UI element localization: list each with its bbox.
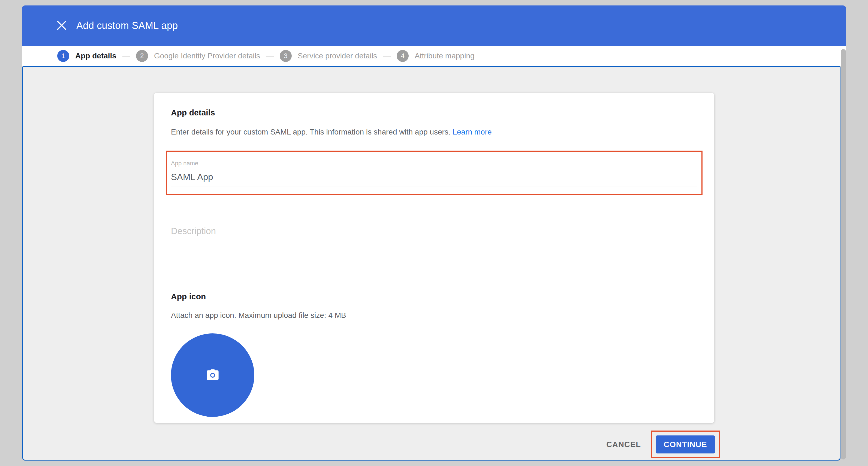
close-button[interactable] xyxy=(55,19,68,32)
step-2-circle: 2 xyxy=(136,50,148,62)
step-app-details[interactable]: 1 App details xyxy=(57,50,116,62)
app-icon-upload-button[interactable] xyxy=(171,333,254,417)
vertical-scrollbar-thumb[interactable] xyxy=(841,49,846,460)
step-service-provider-details[interactable]: 3 Service provider details xyxy=(280,50,377,62)
description-input[interactable] xyxy=(171,221,698,241)
cancel-button[interactable]: CANCEL xyxy=(601,440,646,449)
app-icon-heading: App icon xyxy=(171,292,698,301)
app-name-input[interactable] xyxy=(171,167,698,187)
add-custom-saml-app-dialog: Add custom SAML app 1 App details 2 Goog… xyxy=(22,5,846,461)
dialog-content-area: App details Enter details for your custo… xyxy=(22,66,840,461)
app-name-label: App name xyxy=(171,160,698,167)
step-separator xyxy=(122,56,130,56)
step-google-idp-details[interactable]: 2 Google Identity Provider details xyxy=(136,50,260,62)
step-1-circle: 1 xyxy=(57,50,69,62)
step-3-label: Service provider details xyxy=(298,52,377,60)
stepper: 1 App details 2 Google Identity Provider… xyxy=(22,46,846,66)
dialog-header: Add custom SAML app xyxy=(22,5,846,46)
card-description: Enter details for your custom SAML app. … xyxy=(171,128,698,137)
step-separator xyxy=(383,56,391,56)
step-1-label: App details xyxy=(75,52,116,60)
card-heading: App details xyxy=(171,108,698,117)
learn-more-link[interactable]: Learn more xyxy=(453,128,492,136)
step-4-circle: 4 xyxy=(397,50,409,62)
camera-icon xyxy=(206,369,220,382)
footer-actions: CANCEL CONTINUE xyxy=(601,431,720,458)
dialog-title: Add custom SAML app xyxy=(76,20,178,31)
card-description-text: Enter details for your custom SAML app. … xyxy=(171,128,453,136)
step-4-label: Attribute mapping xyxy=(415,52,474,60)
annotation-box-app-name: App name xyxy=(166,151,703,195)
annotation-box-continue: CONTINUE xyxy=(651,431,720,458)
step-attribute-mapping[interactable]: 4 Attribute mapping xyxy=(397,50,474,62)
app-details-card: App details Enter details for your custo… xyxy=(154,93,714,423)
close-icon xyxy=(56,20,67,31)
step-separator xyxy=(266,56,274,56)
step-2-label: Google Identity Provider details xyxy=(154,52,260,60)
app-icon-helper-text: Attach an app icon. Maximum upload file … xyxy=(171,311,698,320)
continue-button[interactable]: CONTINUE xyxy=(656,435,715,454)
description-field-row xyxy=(171,221,698,241)
step-3-circle: 3 xyxy=(280,50,292,62)
